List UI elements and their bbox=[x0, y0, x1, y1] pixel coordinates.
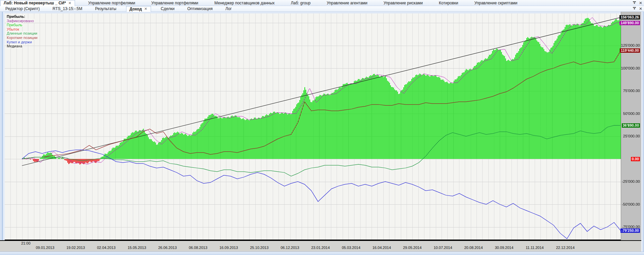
y-axis-label: 25'000.00 bbox=[623, 134, 640, 138]
view-tab-6[interactable]: Лог bbox=[222, 6, 235, 11]
doc-tab-4-label: Лаб: group bbox=[291, 1, 311, 5]
legend-item: Длинные позиции bbox=[6, 31, 38, 36]
x-axis-label: 20.08.2014 bbox=[464, 246, 483, 250]
x-axis-time-label: 21:00 bbox=[21, 241, 31, 245]
doc-tab-0-label: Лаб: Новый перевертыш _ СИ* bbox=[4, 1, 66, 5]
legend-item: Зафиксировано bbox=[6, 19, 38, 23]
y-axis-label: 125'000.00 bbox=[621, 43, 640, 48]
view-tab-6-label: Лог bbox=[225, 6, 232, 11]
view-list-menu-icon[interactable]: ▾ bbox=[633, 7, 636, 10]
doc-tab-1[interactable]: Управление портфелями bbox=[85, 0, 138, 6]
legend-item: Убыток bbox=[6, 27, 38, 32]
x-axis-label: 16.04.2014 bbox=[372, 246, 391, 250]
doc-tab-1-label: Управление портфелями bbox=[88, 1, 135, 5]
y-axis-label: 156'063.26 bbox=[619, 15, 640, 19]
view-tab-bar: Редактор (Скрипт)RTS_13-15:-:5MРезультат… bbox=[0, 6, 644, 12]
close-view-icon[interactable]: ✕ bbox=[639, 7, 642, 11]
bottom-window-edge bbox=[0, 252, 644, 255]
x-axis-label: 16.09.2013 bbox=[219, 246, 238, 250]
doc-tab-5[interactable]: Управление агентами bbox=[324, 0, 370, 6]
x-axis-label: 25.10.2013 bbox=[250, 246, 268, 250]
doc-tab-3-label: Менеджер поставщиков данных bbox=[215, 1, 275, 5]
x-axis-label: 02.04.2013 bbox=[97, 246, 115, 250]
y-axis-label: 0.00 bbox=[631, 157, 640, 161]
document-tab-bar: Лаб: Новый перевертыш _ СИ*✕Управление п… bbox=[0, 0, 644, 6]
close-tab-icon[interactable]: ✕ bbox=[68, 1, 72, 5]
x-axis-label: 09.01.2013 bbox=[36, 246, 54, 250]
view-tab-5-label: Оптимизация bbox=[187, 6, 213, 11]
x-axis-label: 10.07.2014 bbox=[433, 246, 452, 250]
x-axis-label: 22.12.2014 bbox=[556, 246, 574, 250]
y-axis-label: 100'000.00 bbox=[621, 66, 640, 71]
doc-tab-6-label: Управление рисками bbox=[384, 1, 423, 5]
tab-list-menu-icon[interactable]: ▾ bbox=[633, 1, 636, 5]
doc-tab-0[interactable]: Лаб: Новый перевертыш _ СИ*✕ bbox=[0, 0, 75, 6]
profit-chart-canvas[interactable] bbox=[0, 0, 644, 255]
view-tab-3-label: Доход bbox=[129, 7, 142, 11]
x-axis-label: 06.08.2013 bbox=[189, 246, 207, 250]
doc-tab-6[interactable]: Управление рисками bbox=[381, 0, 426, 6]
chart-legend: Прибыль: ЗафиксированоПрибыльУбытокДлинн… bbox=[6, 14, 38, 48]
doc-tab-8[interactable]: Управление скриптами bbox=[471, 0, 520, 6]
legend-item: Короткие позиции bbox=[6, 36, 38, 40]
view-tab-1-label: RTS_13-15:-:5M bbox=[52, 6, 82, 11]
y-axis-label: -50'000.00 bbox=[622, 202, 640, 207]
y-axis-label: 36'890.00 bbox=[622, 123, 640, 128]
x-axis-label: 30.09.2014 bbox=[495, 246, 513, 250]
view-tab-0-label: Редактор (Скрипт) bbox=[5, 6, 40, 11]
view-tab-1[interactable]: RTS_13-15:-:5M bbox=[49, 6, 85, 11]
close-tab-icon[interactable]: ✕ bbox=[144, 7, 148, 11]
x-axis-label: 29.05.2014 bbox=[403, 246, 421, 250]
legend-item: Купил и держи bbox=[6, 40, 38, 44]
x-axis-label: 23.01.2014 bbox=[311, 246, 330, 250]
view-tab-4[interactable]: Сделки bbox=[158, 6, 178, 11]
view-tab-0[interactable]: Редактор (Скрипт) bbox=[2, 6, 43, 11]
doc-tab-3[interactable]: Менеджер поставщиков данных bbox=[212, 0, 278, 6]
view-tab-5[interactable]: Оптимизация bbox=[184, 6, 216, 11]
view-tab-3[interactable]: Доход✕ bbox=[126, 6, 151, 12]
doc-tab-7-label: Котировки bbox=[439, 1, 458, 5]
x-axis-label: 11.11.2014 bbox=[526, 246, 543, 250]
doc-tab-2-label: Управление портфелями bbox=[151, 1, 198, 5]
view-tab-2-label: Результаты bbox=[95, 6, 116, 11]
y-axis-label: -79'250.00 bbox=[620, 228, 640, 233]
x-axis-label: 15.05.2013 bbox=[127, 246, 146, 250]
y-axis-label: 119'440.00 bbox=[620, 48, 640, 53]
y-axis-label: 149'890.00 bbox=[619, 21, 640, 25]
doc-tab-2[interactable]: Управление портфелями bbox=[148, 0, 201, 6]
legend-item: Прибыль bbox=[6, 23, 38, 27]
y-axis-label: 75'000.00 bbox=[623, 89, 640, 93]
x-axis-label: 05.03.2014 bbox=[342, 246, 360, 250]
close-document-icon[interactable]: ✕ bbox=[639, 1, 642, 5]
doc-tab-5-label: Управление агентами bbox=[327, 1, 367, 5]
x-axis-label: 06.12.2013 bbox=[280, 246, 299, 250]
x-axis-label: 19.02.2013 bbox=[66, 246, 85, 250]
right-window-edge bbox=[641, 11, 644, 252]
doc-tab-8-label: Управление скриптами bbox=[474, 1, 517, 5]
legend-title: Прибыль: bbox=[6, 14, 38, 19]
legend-item: Медиана bbox=[6, 44, 38, 48]
view-tab-4-label: Сделки bbox=[161, 6, 175, 11]
y-axis-label: 50'000.00 bbox=[623, 112, 640, 116]
x-axis-label: 26.06.2013 bbox=[158, 246, 177, 250]
doc-tab-4[interactable]: Лаб: group bbox=[288, 0, 314, 6]
view-tab-2[interactable]: Результаты bbox=[92, 6, 119, 11]
left-splitter[interactable] bbox=[0, 11, 4, 252]
doc-tab-7[interactable]: Котировки bbox=[436, 0, 461, 6]
y-axis-label: -25'000.00 bbox=[622, 179, 640, 184]
